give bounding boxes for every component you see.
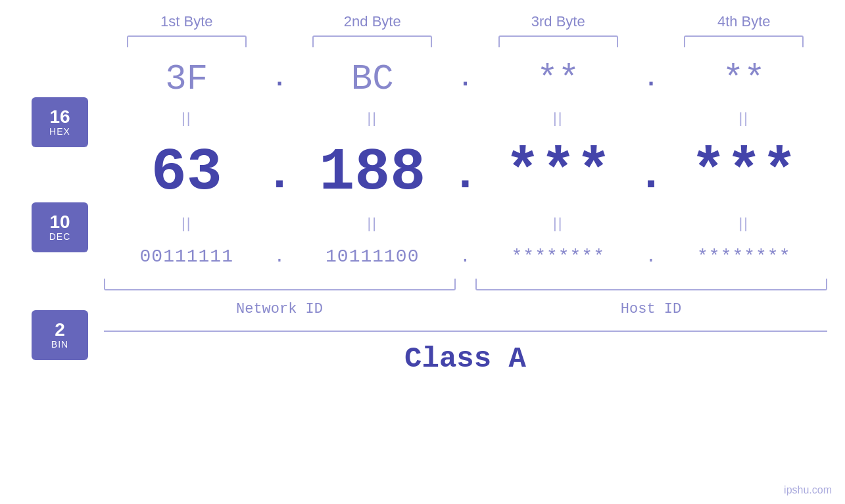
- class-label: Class A: [104, 342, 827, 375]
- bin-byte-2: 10111100: [289, 246, 456, 267]
- byte-2-header: 2nd Byte: [289, 13, 456, 47]
- dec-byte-1: 63: [104, 139, 270, 206]
- network-bracket: [104, 279, 456, 290]
- bin-byte-3: ********: [475, 246, 642, 267]
- dec-base-label: 10 DEC: [32, 202, 88, 252]
- hex-byte-3: **: [475, 59, 642, 99]
- bin-dot-1: .: [270, 246, 289, 267]
- eq2-1: ||: [104, 215, 270, 232]
- dec-dot-2: .: [456, 149, 475, 206]
- byte-4-top-bracket: [684, 35, 804, 47]
- bin-dot-3: .: [641, 246, 661, 267]
- dec-byte-3: ***: [475, 139, 642, 206]
- dec-byte-4: ***: [661, 139, 827, 206]
- bin-byte-4: ********: [661, 246, 827, 267]
- dec-dot-1: .: [270, 149, 289, 206]
- hex-byte-1: 3F: [104, 59, 270, 99]
- bin-value-row: 00111111 . 10111100 . ******** . *******…: [104, 237, 827, 276]
- bracket-dot-gap: [456, 279, 475, 290]
- host-bracket: [475, 279, 827, 290]
- equals-row-1: || || || ||: [104, 105, 827, 131]
- byte-3-top-bracket: [498, 35, 618, 47]
- host-id-label: Host ID: [475, 301, 827, 317]
- hex-byte-4: **: [661, 59, 827, 99]
- dot-spacer-1: [270, 13, 289, 47]
- watermark: ipshu.com: [784, 484, 832, 496]
- byte-4-header: 4th Byte: [661, 13, 827, 47]
- hex-value-row: 3F . BC . ** . **: [104, 53, 827, 105]
- id-labels-section: Network ID Host ID: [104, 294, 827, 317]
- eq2-4: ||: [661, 215, 827, 232]
- id-gap: [456, 301, 475, 317]
- bin-base-label: 2 BIN: [32, 310, 88, 360]
- eq2-3: ||: [475, 215, 642, 232]
- byte-3-header: 3rd Byte: [475, 13, 642, 47]
- equals-row-2: || || || ||: [104, 210, 827, 237]
- eq-1: ||: [104, 110, 270, 127]
- dot-spacer-2: [456, 13, 475, 47]
- byte-1-header: 1st Byte: [104, 13, 270, 47]
- bin-dot-2: .: [456, 246, 475, 267]
- hex-dot-3: .: [641, 66, 661, 93]
- id-labels-row: Network ID Host ID: [104, 301, 827, 317]
- bin-brackets: [104, 279, 827, 290]
- main-container: 1st Byte 2nd Byte 3rd Byte 4th Byte 16 H…: [0, 0, 845, 504]
- bottom-line: [104, 331, 827, 332]
- hex-dot-1: .: [270, 66, 289, 93]
- hex-dot-2: .: [456, 66, 475, 93]
- eq-4: ||: [661, 110, 827, 127]
- byte-1-top-bracket: [127, 35, 247, 47]
- network-id-label: Network ID: [104, 301, 456, 317]
- hex-row-area: 3F . BC . ** . ** || || || ||: [104, 47, 827, 290]
- eq2-2: ||: [289, 215, 456, 232]
- dec-value-row: 63 . 188 . *** . ***: [104, 131, 827, 210]
- dec-byte-2: 188: [289, 139, 456, 206]
- eq-2: ||: [289, 110, 456, 127]
- eq-3: ||: [475, 110, 642, 127]
- dec-dot-3: .: [641, 149, 661, 206]
- hex-base-label: 16 HEX: [32, 97, 88, 147]
- dot-spacer-3: [641, 13, 661, 47]
- bin-byte-1: 00111111: [104, 246, 270, 267]
- byte-headers-row: 1st Byte 2nd Byte 3rd Byte 4th Byte: [104, 13, 827, 47]
- hex-byte-2: BC: [289, 59, 456, 99]
- bottom-section: Class A: [104, 331, 827, 375]
- byte-2-top-bracket: [312, 35, 432, 47]
